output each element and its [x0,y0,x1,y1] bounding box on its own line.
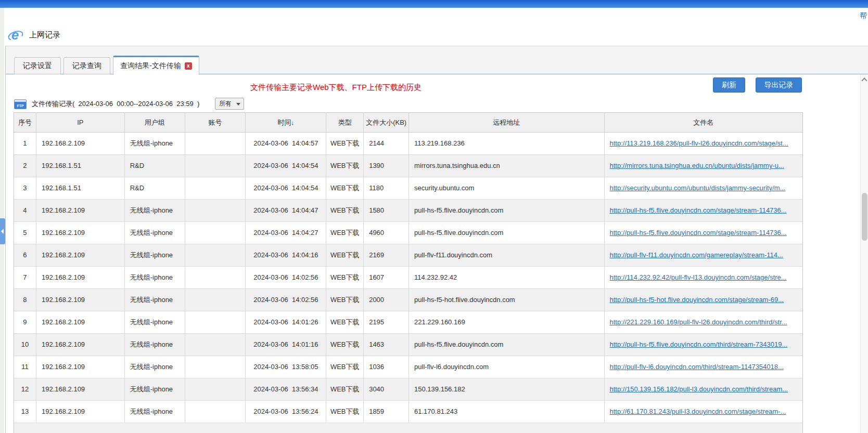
file-url-link[interactable]: http://pull-hs-f5.flive.douyincdn.com/th… [610,340,788,348]
cell-size: 2000 [364,289,409,311]
file-url-link[interactable]: http://114.232.92.42/pull-flv-l13.douyin… [610,273,787,281]
cell-remote: 113.219.168.236 [409,133,604,154]
tab-1[interactable]: 记录查询 [63,57,110,74]
table-row: 4192.168.2.109无线组-iphone2024-03-06 14:04… [14,200,802,222]
cell-size: 3040 [364,378,409,400]
table-row: 8192.168.2.109无线组-iphone2024-03-06 14:02… [14,289,802,311]
col-header-type[interactable]: 类型 [326,113,364,132]
col-header-time[interactable]: 时间↓ [246,113,326,132]
col-header-account[interactable]: 账号 [185,113,246,132]
col-header-group[interactable]: 用户组 [125,113,185,132]
file-url-link[interactable]: http://mirrors.tuna.tsinghua.edu.cn/ubun… [610,162,784,169]
browser-e-icon: e [7,27,23,43]
table-row: 10192.168.2.109无线组-iphone2024-03-06 14:0… [14,334,802,356]
col-header-filename[interactable]: 文件名 [605,113,802,132]
cell-no: 6 [14,244,36,266]
table-row: 11192.168.2.109无线组-iphone2024-03-06 13:5… [14,356,802,378]
cell-filename: http://114.232.92.42/pull-flv-l13.douyin… [605,267,802,288]
table-row: 5192.168.2.109无线组-iphone2024-03-06 14:04… [14,222,802,244]
cell-ip: 192.168.2.109 [36,356,125,378]
tab-label: 记录查询 [72,61,101,71]
tab-2[interactable]: 查询结果-文件传输x [113,56,199,75]
cell-type: WEB下载 [326,356,364,378]
cell-type: WEB下载 [326,311,364,333]
transfer-record-summary: 文件传输记录( 2024-03-06 00:00--2024-03-06 23:… [32,99,199,109]
col-header-remote[interactable]: 远程地址 [409,113,604,132]
col-header-no[interactable]: 序号 [14,113,36,132]
cell-time: 2024-03-06 13:58:05 [246,356,326,378]
cell-filename: http://113.219.168.236/pull-flv-l26.douy… [605,133,802,154]
cell-type: WEB下载 [326,289,364,311]
cell-account [185,222,246,244]
cell-group: 无线组-iphone [125,200,185,221]
tab-bar: 记录设置记录查询查询结果-文件传输x [14,56,202,74]
cell-group: 无线组-iphone [125,378,185,400]
cell-remote: pull-flv-l6.douyincdn.com [409,356,604,378]
cell-filename: http://mirrors.tuna.tsinghua.edu.cn/ubun… [605,155,802,177]
table-row: 13192.168.2.109无线组-iphone2024-03-06 13:5… [14,401,802,423]
refresh-button[interactable]: 刷新 [713,77,745,93]
cell-no: 10 [14,334,36,356]
cell-type: WEB下载 [326,244,364,266]
transfer-notice-text: 文件传输主要记录Web下载、FTP上传下载的历史 [250,83,422,93]
table-row: 6192.168.2.109无线组-iphone2024-03-06 14:04… [14,244,802,267]
tab-content: 刷新 导出记录 文件传输主要记录Web下载、FTP上传下载的历史 FTP 文件传… [6,74,868,433]
col-header-ip[interactable]: IP [36,113,125,132]
cell-ip: 192.168.2.109 [36,378,125,400]
cell-remote: 221.229.160.169 [409,311,604,333]
file-url-link[interactable]: http://pull-hs-f5.flive.douyincdn.com/st… [610,206,787,214]
file-url-link[interactable]: http://150.139.156.182/pull-l3.douyincdn… [610,385,788,393]
file-url-link[interactable]: http://pull-flv-l6.douyincdn.com/third/s… [610,363,784,371]
cell-time: 2024-03-06 14:01:16 [246,334,326,356]
file-url-link[interactable]: http://113.219.168.236/pull-flv-l26.douy… [610,139,788,147]
tab-0[interactable]: 记录设置 [14,57,61,74]
vertical-scrollbar[interactable] [860,74,868,433]
table-row: 3192.168.1.51R&D2024-03-06 14:04:54WEB下载… [14,177,802,200]
type-filter-select[interactable]: 所有 [215,98,244,110]
file-url-link[interactable]: http://pull-hs-f5-hot.flive.douyincdn.co… [610,296,784,304]
cell-group: 无线组-iphone [125,133,185,154]
cell-time: 2024-03-06 14:04:47 [246,200,326,221]
cell-account [185,267,246,288]
cell-remote: 61.170.81.243 [409,401,604,423]
cell-remote: pull-hs-f5-hot.flive.douyincdn.com [409,289,604,311]
scrollbar-thumb[interactable] [862,193,867,241]
cell-group: 无线组-iphone [125,334,185,356]
cell-filename: http://pull-hs-f5.flive.douyincdn.com/st… [605,222,802,244]
file-url-link[interactable]: http://security.ubuntu.com/ubuntu/dists/… [610,184,786,192]
tab-label: 查询结果-文件传输 [120,61,181,71]
cell-filename: http://61.170.81.243/pull-l3.douyincdn.c… [605,401,802,423]
cell-no: 11 [14,356,36,378]
page-header: e 上网记录 [7,27,60,43]
file-url-link[interactable]: http://61.170.81.243/pull-l3.douyincdn.c… [610,408,786,415]
help-link[interactable]: 帮 [860,11,867,21]
cell-time: 2024-03-06 14:04:16 [246,244,326,266]
cell-ip: 192.168.2.109 [36,289,125,311]
scroll-up-arrow-icon[interactable] [861,75,868,84]
page-title: 上网记录 [29,30,60,40]
file-url-link[interactable]: http://pull-flv-f11.douyincdn.com/gamere… [610,251,783,259]
cell-no: 1 [14,133,36,154]
cell-ip: 192.168.2.109 [36,267,125,288]
cell-remote: 150.139.156.182 [409,378,604,400]
top-banner [0,0,868,8]
sidebar-collapse-handle[interactable] [0,218,5,244]
cell-time: 2024-03-06 14:02:56 [246,289,326,311]
cell-account [185,378,246,400]
tab-close-icon[interactable]: x [185,62,192,70]
file-url-link[interactable]: http://221.229.160.169/pull-flv-l26.douy… [610,318,787,326]
col-header-size[interactable]: 文件大小(KB) [364,113,409,132]
cell-group: 无线组-iphone [125,222,185,244]
cell-size: 2195 [364,311,409,333]
cell-no: 7 [14,267,36,288]
cell-type: WEB下载 [326,133,364,154]
cell-size: 1580 [364,200,409,221]
export-records-button[interactable]: 导出记录 [756,77,802,93]
cell-no: 8 [14,289,36,311]
cell-type: WEB下载 [326,334,364,356]
cell-time: 2024-03-06 14:04:54 [246,177,326,199]
cell-size: 4960 [364,222,409,244]
file-url-link[interactable]: http://pull-hs-f5.flive.douyincdn.com/st… [610,229,787,237]
cell-ip: 192.168.2.109 [36,311,125,333]
cell-filename: http://150.139.156.182/pull-l3.douyincdn… [605,378,802,400]
